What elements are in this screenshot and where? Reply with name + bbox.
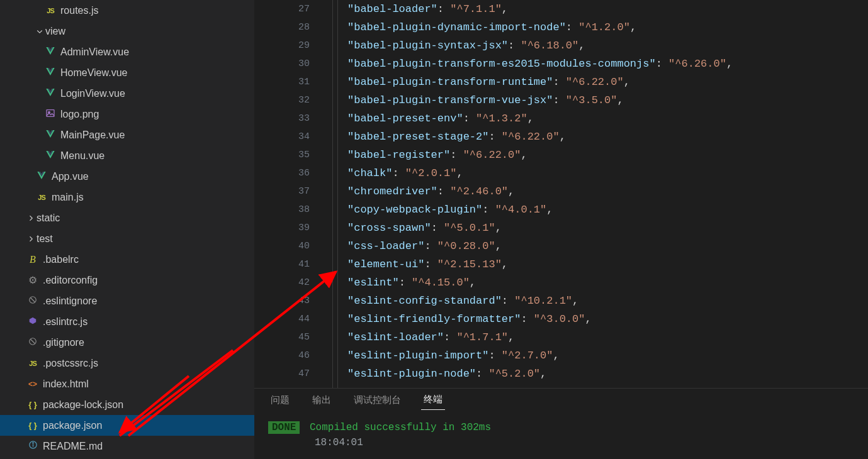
line-number: 35 bbox=[254, 146, 310, 164]
code-line[interactable]: "eslint-plugin-node": "^5.2.0", bbox=[347, 365, 868, 383]
code-line[interactable]: "babel-plugin-dynamic-import-node": "^1.… bbox=[347, 18, 868, 36]
js-file-icon: JS bbox=[35, 191, 48, 204]
code-line[interactable]: "eslint-loader": "^1.7.1", bbox=[347, 328, 868, 346]
code-line[interactable]: "eslint": "^4.15.0", bbox=[347, 274, 868, 292]
indent-ruler bbox=[329, 0, 347, 388]
grey-file-icon bbox=[26, 336, 39, 349]
file--editorconfig[interactable]: ⚙.editorconfig bbox=[0, 270, 254, 290]
code-line[interactable]: "babel-preset-env": "^1.3.2", bbox=[347, 109, 868, 128]
line-number: 38 bbox=[254, 201, 310, 219]
line-number: 34 bbox=[254, 128, 310, 146]
file-mainpage-vue[interactable]: MainPage.vue bbox=[0, 124, 254, 145]
code-line[interactable]: "element-ui": "^2.15.13", bbox=[347, 255, 868, 274]
panel-tab-0[interactable]: 问题 bbox=[268, 390, 292, 410]
file-label: main.js bbox=[52, 192, 84, 203]
panel-tab-bar[interactable]: 问题输出调试控制台终端 bbox=[254, 389, 868, 410]
file-routes-js[interactable]: JSroutes.js bbox=[0, 0, 254, 21]
file-label: .eslintignore bbox=[43, 296, 97, 307]
file-label: .editorconfig bbox=[43, 275, 98, 286]
line-number-gutter: 2728293031323334353637383940414243444546… bbox=[254, 0, 329, 388]
code-line[interactable]: "babel-plugin-syntax-jsx": "^6.18.0", bbox=[347, 36, 868, 55]
file--eslintignore[interactable]: .eslintignore bbox=[0, 290, 254, 311]
vue-file-icon bbox=[44, 129, 57, 141]
file-label: AdminView.vue bbox=[60, 47, 129, 58]
json-file-icon: { } bbox=[26, 399, 39, 411]
file-menu-vue[interactable]: Menu.vue bbox=[0, 145, 254, 166]
file-readme-md[interactable]: README.md bbox=[0, 436, 254, 456]
file-label: index.html bbox=[43, 379, 89, 390]
code-line[interactable]: "babel-preset-stage-2": "^6.22.0", bbox=[347, 128, 868, 146]
file-package-lock-json[interactable]: { }package-lock.json bbox=[0, 394, 254, 415]
code-line[interactable]: "chalk": "^2.0.1", bbox=[347, 164, 868, 182]
line-number: 43 bbox=[254, 292, 310, 310]
code-line[interactable]: "babel-register": "^6.22.0", bbox=[347, 146, 868, 164]
line-number: 29 bbox=[254, 36, 310, 55]
info-file-icon bbox=[26, 440, 39, 453]
bottom-panel: 问题输出调试控制台终端 DONE Compiled successfully i… bbox=[254, 388, 868, 459]
file-label: package.json bbox=[43, 420, 102, 431]
panel-tab-1[interactable]: 输出 bbox=[310, 390, 334, 410]
terminal-timestamp: 18:04:01 bbox=[268, 435, 854, 450]
vue-file-icon bbox=[44, 67, 57, 79]
panel-tab-3[interactable]: 终端 bbox=[421, 390, 445, 410]
chevron-right-icon bbox=[26, 214, 35, 222]
folder-label: view bbox=[45, 26, 65, 37]
line-number: 46 bbox=[254, 346, 310, 365]
svg-line-6 bbox=[31, 339, 35, 343]
file-app-vue[interactable]: App.vue bbox=[0, 166, 254, 187]
folder-label: test bbox=[37, 233, 53, 245]
line-number: 33 bbox=[254, 109, 310, 128]
folder-static[interactable]: static bbox=[0, 207, 254, 228]
file-label: .babelrc bbox=[43, 254, 79, 265]
line-number: 32 bbox=[254, 91, 310, 109]
code-line[interactable]: "chromedriver": "^2.46.0", bbox=[347, 182, 868, 201]
file-loginview-vue[interactable]: LoginView.vue bbox=[0, 83, 254, 104]
file--postcssrc-js[interactable]: JS.postcssrc.js bbox=[0, 353, 254, 373]
line-number: 30 bbox=[254, 55, 310, 73]
line-number: 36 bbox=[254, 164, 310, 182]
babel-file-icon: B bbox=[26, 253, 39, 266]
code-line[interactable]: "eslint-plugin-import": "^2.7.0", bbox=[347, 346, 868, 365]
code-line[interactable]: "babel-plugin-transform-vue-jsx": "^3.5.… bbox=[347, 91, 868, 109]
html-file-icon: <> bbox=[26, 378, 39, 390]
file-label: Menu.vue bbox=[60, 150, 104, 162]
file-explorer[interactable]: JSroutes.jsviewAdminView.vueHomeView.vue… bbox=[0, 0, 254, 459]
folder-label: static bbox=[37, 213, 60, 224]
file--eslintrc-js[interactable]: .eslintrc.js bbox=[0, 311, 254, 332]
file-label: .eslintrc.js bbox=[43, 316, 87, 328]
code-line[interactable]: "babel-plugin-transform-runtime": "^6.22… bbox=[347, 73, 868, 91]
vue-file-icon bbox=[35, 170, 48, 183]
file-logo-png[interactable]: logo.png bbox=[0, 104, 254, 124]
file--gitignore[interactable]: .gitignore bbox=[0, 332, 254, 353]
code-editor[interactable]: "babel-loader": "^7.1.1","babel-plugin-d… bbox=[347, 0, 868, 388]
file-adminview-vue[interactable]: AdminView.vue bbox=[0, 41, 254, 62]
folder-test[interactable]: test bbox=[0, 228, 254, 249]
svg-marker-4 bbox=[30, 317, 37, 324]
code-line[interactable]: "copy-webpack-plugin": "^4.0.1", bbox=[347, 201, 868, 219]
js-file-icon: JS bbox=[44, 4, 57, 17]
chevron-right-icon bbox=[26, 235, 35, 243]
svg-rect-0 bbox=[47, 109, 54, 116]
line-number: 39 bbox=[254, 219, 310, 237]
file-main-js[interactable]: JSmain.js bbox=[0, 187, 254, 207]
panel-tab-2[interactable]: 调试控制台 bbox=[351, 390, 403, 410]
file-homeview-vue[interactable]: HomeView.vue bbox=[0, 62, 254, 83]
file-label: package-lock.json bbox=[43, 399, 123, 411]
code-line[interactable]: "css-loader": "^0.28.0", bbox=[347, 237, 868, 255]
svg-point-9 bbox=[32, 443, 33, 443]
svg-line-3 bbox=[31, 297, 35, 302]
file-label: HomeView.vue bbox=[60, 67, 127, 79]
folder-view[interactable]: view bbox=[0, 21, 254, 41]
code-line[interactable]: "babel-plugin-transform-es2015-modules-c… bbox=[347, 55, 868, 73]
file-label: README.md bbox=[43, 441, 103, 452]
file-index-html[interactable]: <>index.html bbox=[0, 373, 254, 394]
code-line[interactable]: "babel-loader": "^7.1.1", bbox=[347, 0, 868, 18]
code-line[interactable]: "cross-spawn": "^5.0.1", bbox=[347, 219, 868, 237]
line-number: 41 bbox=[254, 255, 310, 274]
terminal-output[interactable]: DONE Compiled successfully in 302ms 18:0… bbox=[254, 410, 868, 459]
code-line[interactable]: "eslint-config-standard": "^10.2.1", bbox=[347, 292, 868, 310]
code-line[interactable]: "eslint-friendly-formatter": "^3.0.0", bbox=[347, 310, 868, 328]
vue-file-icon bbox=[44, 87, 57, 100]
file--babelrc[interactable]: B.babelrc bbox=[0, 249, 254, 270]
file-package-json[interactable]: { }package.json bbox=[0, 415, 254, 436]
